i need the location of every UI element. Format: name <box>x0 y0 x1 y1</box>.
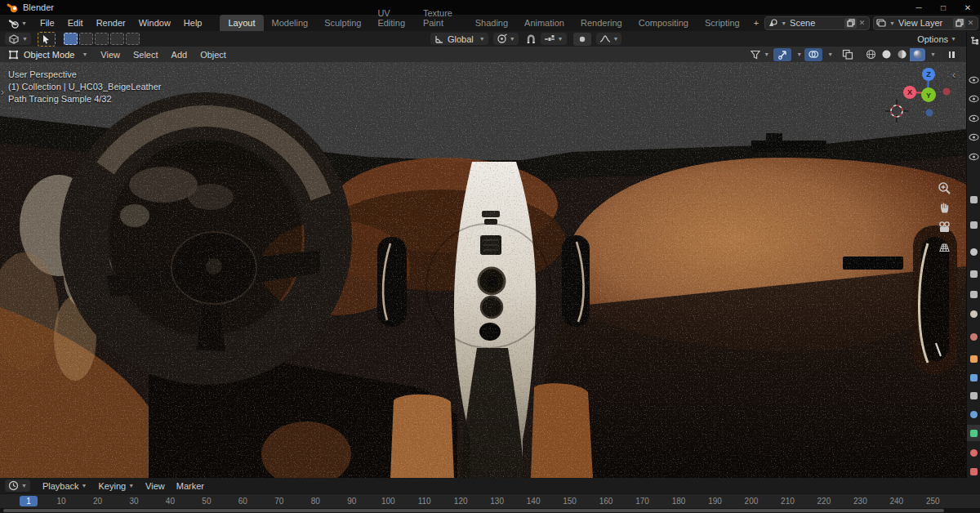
timeline-ruler[interactable]: 1020304050607080901001101201301401501601… <box>0 493 980 509</box>
eye-icon[interactable] <box>968 93 980 105</box>
tab-sculpting[interactable]: Sculpting <box>316 15 369 31</box>
menu-file[interactable]: File <box>33 16 61 30</box>
chevron-down-icon: ▼ <box>951 36 956 42</box>
tab-layout[interactable]: Layout <box>220 15 263 31</box>
snap-magnet-icon[interactable] <box>525 33 537 45</box>
chevron-down-icon[interactable]: ▼ <box>930 51 936 57</box>
mode-selector[interactable]: Object Mode ▼ <box>5 48 91 60</box>
properties-tab-particles[interactable] <box>967 387 980 404</box>
select-mode-invert[interactable] <box>110 33 124 45</box>
tab-rendering[interactable]: Rendering <box>572 15 630 31</box>
properties-tab-object-data[interactable] <box>967 425 980 441</box>
shading-wireframe-button[interactable] <box>863 48 879 61</box>
properties-tab-object[interactable] <box>967 350 980 367</box>
menu-edit[interactable]: Edit <box>61 16 90 30</box>
menu-window[interactable]: Window <box>132 16 177 30</box>
properties-tab-output[interactable] <box>967 265 980 282</box>
chevron-down-icon[interactable]: ▼ <box>796 51 802 57</box>
select-mode-extend[interactable] <box>79 33 93 45</box>
pivot-point-dropdown[interactable]: ▼ <box>493 33 519 45</box>
viewport-menu-select[interactable]: Select <box>127 47 165 62</box>
object-mode-icon <box>8 50 19 60</box>
toolbar-expand-icon[interactable]: › <box>1 87 4 98</box>
select-mode-subtract[interactable] <box>95 33 109 45</box>
close-button[interactable]: ✕ <box>956 3 980 12</box>
axis-z-negative-ball[interactable] <box>926 109 933 117</box>
eye-icon[interactable] <box>968 112 980 124</box>
proportional-editing-toggle[interactable] <box>573 33 591 46</box>
xray-toggle[interactable] <box>839 48 857 61</box>
editor-type-selector[interactable]: ▼ <box>5 33 31 45</box>
proportional-falloff-dropdown[interactable]: ▼ <box>596 33 622 45</box>
maximize-button[interactable]: □ <box>931 3 956 12</box>
properties-tab-scene[interactable] <box>967 306 980 322</box>
scrollbar-thumb[interactable] <box>3 509 944 512</box>
properties-tab-material[interactable] <box>967 444 980 461</box>
blender-menu-button[interactable]: ▼ <box>5 17 30 29</box>
timeline-menu-playback[interactable]: Playback▼ <box>37 479 93 493</box>
properties-tab-view-layer[interactable] <box>967 286 980 302</box>
chevron-down-icon: ▼ <box>21 20 27 26</box>
eye-icon[interactable] <box>968 150 980 163</box>
properties-tab-world[interactable] <box>967 328 980 345</box>
minimize-button[interactable]: ─ <box>906 3 931 12</box>
camera-view-icon[interactable] <box>938 221 951 234</box>
properties-tab-render[interactable] <box>967 243 980 260</box>
properties-tab-editor-toggles[interactable] <box>967 191 980 207</box>
eye-icon[interactable] <box>968 132 980 144</box>
timeline-editor-selector[interactable]: ▼ <box>5 480 30 492</box>
timeline-menu-marker[interactable]: Marker <box>171 479 210 493</box>
menu-render[interactable]: Render <box>90 16 132 30</box>
tab-modeling[interactable]: Modeling <box>264 15 317 31</box>
unlink-scene-button[interactable]: ✕ <box>857 19 867 27</box>
transform-orientation-dropdown[interactable]: Global ▼ <box>430 33 488 45</box>
zoom-icon[interactable] <box>938 181 951 195</box>
shading-rendered-button[interactable] <box>910 48 925 61</box>
grid-ortho-icon[interactable] <box>938 240 951 254</box>
playhead[interactable]: 1 <box>20 496 38 506</box>
properties-tab-tool[interactable] <box>967 216 980 233</box>
show-overlays-toggle[interactable] <box>804 48 822 61</box>
active-tool-select-box[interactable] <box>38 32 56 47</box>
timeline-menu-view[interactable]: View <box>140 479 171 493</box>
snap-target-dropdown[interactable]: ▼ <box>541 33 567 45</box>
view-layer-selector[interactable]: ▼ View Layer ✕ <box>873 16 978 30</box>
tab-uv-editing[interactable]: UV Editing <box>369 5 414 31</box>
viewport-menu-add[interactable]: Add <box>165 47 194 62</box>
eye-icon[interactable] <box>968 74 980 86</box>
menu-help[interactable]: Help <box>177 16 209 30</box>
add-workspace-button[interactable]: + <box>748 15 764 31</box>
select-mode-intersect[interactable] <box>126 33 140 45</box>
properties-tab-modifiers[interactable] <box>967 369 980 386</box>
axis-x-negative-ball[interactable] <box>943 88 951 96</box>
viewport-menu-view[interactable]: View <box>94 47 127 62</box>
shading-material-button[interactable] <box>894 48 910 61</box>
scene-selector[interactable]: ▼ Scene ✕ <box>764 16 870 30</box>
new-scene-button[interactable] <box>844 18 857 29</box>
shading-solid-button[interactable] <box>879 48 894 61</box>
outliner-editor-icon[interactable] <box>968 34 980 47</box>
show-object-types-dropdown[interactable]: ▼ <box>748 48 771 61</box>
tab-animation[interactable]: Animation <box>516 15 572 31</box>
properties-tab-texture[interactable] <box>967 463 980 480</box>
timeline-menu-keying[interactable]: Keying▼ <box>93 479 140 493</box>
properties-tab-physics[interactable] <box>967 406 980 422</box>
tab-shading[interactable]: Shading <box>467 15 516 31</box>
3d-viewport[interactable]: User Perspective (1) Collection | U_HC03… <box>0 62 966 478</box>
render-pause-button[interactable] <box>943 48 960 61</box>
tab-compositing[interactable]: Compositing <box>630 15 697 31</box>
tab-texture-paint[interactable]: Texture Paint <box>415 5 467 31</box>
options-dropdown[interactable]: Options ▼ <box>917 34 956 44</box>
show-gizmo-toggle[interactable] <box>773 48 791 61</box>
main-menus: FileEditRenderWindowHelp <box>33 16 209 30</box>
viewport-menu-object[interactable]: Object <box>194 47 233 62</box>
remove-view-layer-button[interactable]: ✕ <box>965 19 976 27</box>
chevron-down-icon[interactable]: ▼ <box>827 51 833 57</box>
new-view-layer-button[interactable] <box>953 18 965 29</box>
chevron-down-icon: ▼ <box>510 36 515 42</box>
viewport-nav-icons <box>938 181 951 254</box>
tab-scripting[interactable]: Scripting <box>697 15 748 31</box>
pan-hand-icon[interactable] <box>938 201 951 215</box>
navigation-gizmo[interactable]: Z X Y <box>899 65 956 122</box>
select-mode-new[interactable] <box>64 33 78 45</box>
